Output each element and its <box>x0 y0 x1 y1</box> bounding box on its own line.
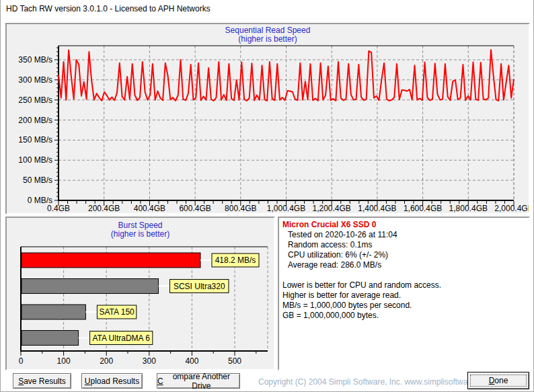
compare-another-drive-button[interactable]: Compare Another Drive <box>157 373 240 389</box>
drive-info-panel: Micron Crucial X6 SSD 0 Tested on 2020-1… <box>278 217 530 370</box>
burst-bar <box>22 279 159 294</box>
info-spacer <box>282 270 525 280</box>
burst-speed-panel: 0100200300400500418.2 MB/sSCSI Ultra320S… <box>5 217 275 370</box>
bar-label-text: ATA UltraDMA 6 <box>92 334 150 343</box>
mnemonic-underline: U <box>85 377 91 386</box>
mnemonic-underline: C <box>157 377 163 386</box>
burst-tick-label: 300 <box>143 356 156 366</box>
average-read-line: Average read: 286.0 MB/s <box>282 260 525 270</box>
note-higher-better: Higher is better for average read. <box>282 290 525 301</box>
bar-label-text: 418.2 MB/s <box>215 256 256 265</box>
burst-tick-label: 500 <box>228 356 241 366</box>
bar-label-text: SATA 150 <box>99 307 135 317</box>
sequential-chart-title-block: Sequential Read Speed (higher is better) <box>7 26 529 44</box>
drive-info-body: Micron Crucial X6 SSD 0 Tested on 2020-1… <box>279 218 529 323</box>
burst-tick-label: 400 <box>185 356 198 366</box>
burst-tick-label: 100 <box>57 356 71 366</box>
done-button[interactable]: Done <box>467 372 529 389</box>
y-tick-label: 350 MB/s <box>18 55 52 65</box>
x-tick-label: 2,000.4GB <box>494 204 529 213</box>
burst-bar <box>22 331 79 346</box>
y-tick-label: 150 MB/s <box>18 135 52 145</box>
copyright-text: Copyright (C) 2004 Simpli Software, Inc.… <box>258 377 465 387</box>
random-access-line: Random access: 0.1ms <box>282 240 525 250</box>
tested-on-line: Tested on 2020-10-26 at 11:04 <box>282 230 525 240</box>
sequential-read-panel: 0 MB/s50 MB/s100 MB/s150 MB/s200 MB/s250… <box>5 23 530 214</box>
y-tick-label: 250 MB/s <box>18 95 52 105</box>
mnemonic-underline: D <box>489 376 495 385</box>
burst-bar <box>22 305 85 319</box>
y-tick-label: 200 MB/s <box>18 116 52 125</box>
bar-label-text: SCSI Ultra320 <box>174 282 225 291</box>
burst-speed-chart: 0100200300400500418.2 MB/sSCSI Ultra320S… <box>7 218 274 369</box>
drive-name: Micron Crucial X6 SSD 0 <box>282 220 525 230</box>
save-results-button[interactable]: Save Results <box>13 373 71 389</box>
y-tick-label: 100 MB/s <box>18 155 52 165</box>
note-lower-better: Lower is better for CPU and random acces… <box>282 280 525 290</box>
hd-tach-window: HD Tach RW version 3.0.1.0 - Licensed to… <box>0 0 534 392</box>
burst-tick-label: 0 <box>19 356 24 366</box>
note-gb-definition: GB = 1,000,000,000 bytes. <box>282 311 525 321</box>
mnemonic-underline: S <box>18 377 24 386</box>
cpu-utilization-line: CPU utilization: 6% (+/- 2%) <box>282 250 525 260</box>
burst-chart-title-block: Burst Speed (higher is better) <box>7 221 274 239</box>
note-mbs-definition: MB/s = 1,000,000 bytes per second. <box>282 301 525 311</box>
upload-results-button[interactable]: Upload Results <box>81 373 143 389</box>
sequential-chart-subtitle: (higher is better) <box>7 35 529 44</box>
y-tick-label: 300 MB/s <box>18 75 52 85</box>
window-title: HD Tach RW version 3.0.1.0 - Licensed to… <box>6 4 211 13</box>
burst-tick-label: 200 <box>100 356 113 366</box>
burst-bar <box>22 253 200 268</box>
y-tick-label: 50 MB/s <box>23 175 52 185</box>
sequential-read-chart: 0 MB/s50 MB/s100 MB/s150 MB/s200 MB/s250… <box>7 24 529 213</box>
burst-chart-subtitle: (higher is better) <box>7 230 274 239</box>
